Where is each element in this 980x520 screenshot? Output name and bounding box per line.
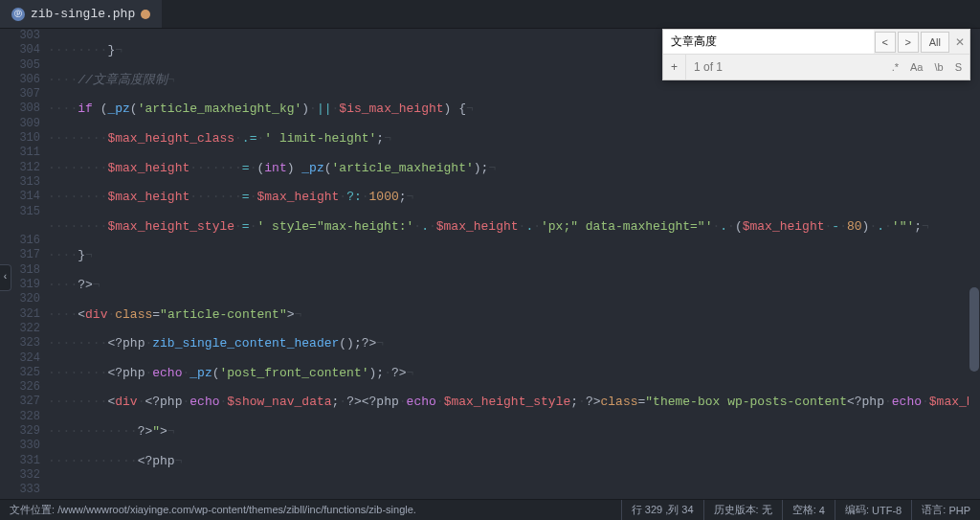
editor[interactable]: 3033043053063073083093103113123133143153… — [0, 29, 980, 499]
line-number[interactable]: 333 — [0, 483, 40, 497]
line-number[interactable]: 315 — [0, 205, 40, 219]
line-number[interactable] — [0, 219, 40, 234]
find-next-button[interactable]: > — [898, 32, 919, 53]
modified-indicator-icon — [141, 10, 150, 19]
find-expand-button[interactable]: + — [663, 55, 686, 79]
find-prev-button[interactable]: < — [875, 32, 896, 53]
fold-handle-icon[interactable]: ‹ — [0, 264, 11, 291]
line-number[interactable]: 307 — [0, 87, 40, 102]
line-number[interactable]: 320 — [0, 292, 40, 306]
find-panel: < > All ✕ + 1 of 1 .* Aa \b S — [662, 29, 970, 80]
line-number[interactable]: 311 — [0, 146, 40, 160]
line-number[interactable]: 313 — [0, 175, 40, 190]
status-bar: 文件位置: /www/wwwroot/xiayinge.com/wp-conte… — [0, 499, 980, 520]
find-all-button[interactable]: All — [921, 32, 949, 53]
find-case-toggle[interactable]: Aa — [906, 59, 926, 75]
line-number[interactable]: 328 — [0, 410, 40, 424]
line-number[interactable]: 327 — [0, 395, 40, 409]
line-number[interactable]: 323 — [0, 336, 40, 350]
file-tab[interactable]: ⓟ zib-single.php — [0, 0, 162, 28]
line-number[interactable]: 329 — [0, 424, 40, 439]
status-language[interactable]: 语言: PHP — [911, 500, 980, 520]
line-number[interactable]: 310 — [0, 131, 40, 146]
line-number[interactable]: 330 — [0, 439, 40, 453]
line-number[interactable]: 332 — [0, 468, 40, 483]
find-selection-toggle[interactable]: S — [951, 59, 966, 75]
find-regex-toggle[interactable]: .* — [888, 59, 902, 75]
status-file-path[interactable]: 文件位置: /www/wwwroot/xiayinge.com/wp-conte… — [0, 503, 621, 517]
line-number[interactable]: 314 — [0, 190, 40, 204]
line-number[interactable]: 316 — [0, 234, 40, 248]
line-number[interactable]: 321 — [0, 307, 40, 322]
vertical-scrollbar[interactable] — [969, 29, 980, 499]
tab-bar: ⓟ zib-single.php — [0, 0, 980, 29]
line-number[interactable]: 317 — [0, 248, 40, 262]
line-number[interactable]: 331 — [0, 454, 40, 468]
find-word-toggle[interactable]: \b — [930, 59, 947, 75]
line-number[interactable]: 308 — [0, 102, 40, 116]
line-number[interactable]: 309 — [0, 117, 40, 131]
find-input[interactable] — [663, 30, 874, 54]
line-number[interactable]: 326 — [0, 380, 40, 395]
line-number[interactable]: 324 — [0, 351, 40, 366]
scrollbar-thumb[interactable] — [969, 287, 979, 372]
status-history[interactable]: 历史版本: 无 — [703, 500, 782, 520]
find-count: 1 of 1 — [686, 60, 888, 74]
code-area[interactable]: ········}¬ ····//文章高度限制¬ ····if (_pz('ar… — [48, 29, 980, 499]
line-number[interactable]: 305 — [0, 58, 40, 73]
find-close-button[interactable]: ✕ — [950, 30, 969, 54]
line-number[interactable]: 325 — [0, 366, 40, 380]
line-number[interactable]: 303 — [0, 29, 40, 43]
status-encoding[interactable]: 编码: UTF-8 — [835, 500, 911, 520]
php-icon: ⓟ — [11, 8, 25, 21]
status-cursor[interactable]: 行 329 ,列 34 — [621, 500, 703, 520]
status-indent[interactable]: 空格: 4 — [782, 500, 835, 520]
line-number[interactable]: 306 — [0, 73, 40, 87]
line-number[interactable]: 322 — [0, 322, 40, 336]
tab-filename: zib-single.php — [31, 7, 135, 21]
line-number[interactable]: 304 — [0, 43, 40, 57]
line-number[interactable]: 312 — [0, 161, 40, 175]
